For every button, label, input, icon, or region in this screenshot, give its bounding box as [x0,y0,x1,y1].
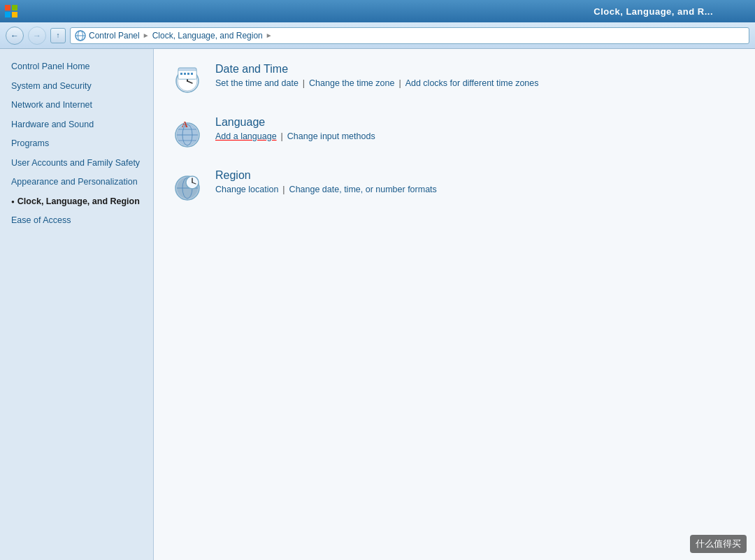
sidebar: Control Panel Home System and Security N… [0,49,154,560]
svg-rect-0 [5,5,10,10]
title-bar-left [4,4,18,18]
sidebar-item-control-panel-home[interactable]: Control Panel Home [0,57,153,77]
svg-rect-13 [180,73,182,75]
sidebar-item-hardware-sound[interactable]: Hardware and Sound [0,115,153,135]
region-links: Change location | Change date, time, or … [215,185,738,194]
up-icon: ↑ [57,31,60,39]
window-title: Clock, Language, and R... [594,6,713,17]
datetime-links: Set the time and date | Change the time … [215,78,738,88]
svg-rect-3 [12,12,17,17]
forward-button[interactable]: → [28,27,46,45]
sidebar-item-clock-language: ● Clock, Language, and Region [0,192,153,212]
title-bar: Clock, Language, and R... [0,0,755,22]
breadcrumb-sep-1: ► [143,31,150,39]
back-button[interactable]: ← [6,27,24,45]
sidebar-item-network-internet[interactable]: Network and Internet [0,96,153,115]
language-info: Language Add a language | Change input m… [215,116,738,141]
watermark: 什么值得买 [690,535,747,553]
change-location-link[interactable]: Change location [215,185,278,194]
sidebar-item-ease-of-access[interactable]: Ease of Access [0,211,153,231]
category-row-datetime: Date and Time Set the time and date | Ch… [171,63,738,96]
add-clocks-link[interactable]: Add clocks for different time zones [405,78,539,88]
datetime-info: Date and Time Set the time and date | Ch… [215,63,738,88]
svg-rect-14 [184,73,186,75]
svg-text:A: A [182,120,188,129]
datetime-icon [171,63,204,96]
datetime-svg-icon [171,64,203,96]
svg-rect-16 [191,73,193,75]
change-timezone-link[interactable]: Change the time zone [309,78,394,88]
breadcrumb-sep-2: ► [266,31,273,39]
main-layout: Control Panel Home System and Security N… [0,49,755,560]
address-bar: Control Panel ► Clock, Language, and Reg… [70,27,749,44]
region-info: Region Change location | Change date, ti… [215,169,738,194]
datetime-sep-2: | [398,78,401,88]
windows-icon [4,4,18,18]
sidebar-item-user-accounts[interactable]: User Accounts and Family Safety [0,154,153,173]
region-svg-icon [171,170,203,202]
svg-rect-1 [12,5,17,10]
region-icon [171,169,204,203]
language-sep-1: | [281,131,283,141]
category-row-region: Region Change location | Change date, ti… [171,169,738,203]
region-sep-1: | [282,185,285,194]
set-time-date-link[interactable]: Set the time and date [215,78,299,88]
change-input-methods-link[interactable]: Change input methods [287,131,375,141]
category-row-language: A Language Add a language | Change input… [171,116,738,150]
datetime-title[interactable]: Date and Time [215,63,738,76]
sidebar-bullet-active: ● Clock, Language, and Region [11,196,142,208]
sidebar-item-programs[interactable]: Programs [0,134,153,154]
breadcrumb-control-panel[interactable]: Control Panel [89,31,140,41]
sidebar-item-system-security[interactable]: System and Security [0,77,153,96]
back-icon: ← [10,31,19,41]
language-title[interactable]: Language [215,116,738,129]
svg-rect-2 [5,12,10,17]
forward-icon: → [33,31,41,41]
bullet-dot: ● [11,198,15,206]
language-icon: A [171,116,204,150]
change-date-formats-link[interactable]: Change date, time, or number formats [289,185,437,194]
sidebar-item-appearance[interactable]: Appearance and Personalization [0,173,153,192]
address-globe-icon [75,30,86,41]
address-bar-container: ← → ↑ Control Panel ► Clock, Language, a… [0,22,755,49]
content-area: Date and Time Set the time and date | Ch… [154,49,755,560]
language-svg-icon: A [171,117,203,149]
language-links: Add a language | Change input methods [215,131,738,141]
region-title[interactable]: Region [215,169,738,182]
add-language-link[interactable]: Add a language [215,131,277,141]
datetime-sep-1: | [303,78,305,88]
up-button[interactable]: ↑ [50,28,66,43]
breadcrumb-clock-language[interactable]: Clock, Language, and Region [152,31,263,41]
svg-rect-15 [187,73,189,75]
